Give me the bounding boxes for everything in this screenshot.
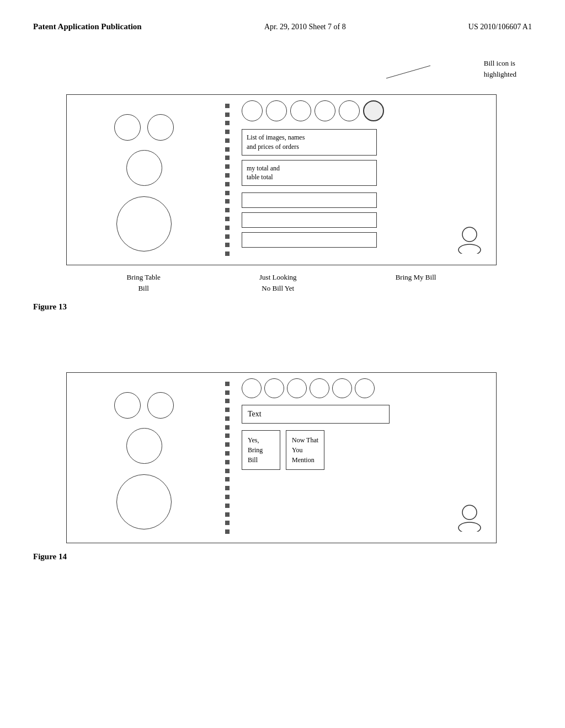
input-box-1[interactable]	[242, 192, 377, 208]
dot-14: ■	[225, 217, 230, 221]
fig13-input-boxes	[242, 192, 488, 248]
input-box-3[interactable]	[242, 232, 377, 248]
f14-tc-1	[242, 378, 262, 398]
fig13-info-box-1: List of images, namesand prices of order…	[242, 129, 377, 156]
figure-13-label: Figure 13	[33, 302, 532, 312]
dot-7: ■	[225, 156, 230, 160]
page: Patent Application Publication Apr. 29, …	[0, 0, 565, 728]
figure-14-section: ■ ■ ■ ■ ■ ■ ■ ■ ■ ■ ■ ■ ■ ■ ■ ■ ■ ■	[33, 372, 532, 561]
f14-dot-8: ■	[225, 442, 230, 447]
f14-dot-15: ■	[225, 504, 230, 508]
annotation-line	[33, 53, 532, 92]
header: Patent Application Publication Apr. 29, …	[33, 22, 532, 31]
dot-3: ■	[225, 121, 230, 125]
svg-point-3	[462, 505, 477, 520]
dots-column-fig13: ■ ■ ■ ■ ■ ■ ■ ■ ■ ■ ■ ■ ■ ■ ■ ■ ■ ■	[221, 95, 233, 265]
dot-1: ■	[225, 104, 230, 108]
dot-5: ■	[225, 138, 230, 143]
f14-dot-9: ■	[225, 451, 230, 456]
f14-dot-13: ■	[225, 486, 230, 490]
f14-circle-small-2	[147, 392, 174, 419]
publication-label: Patent Application Publication	[33, 22, 142, 31]
fig13-captions: Bring TableBill Just LookingNo Bill Yet …	[66, 272, 497, 293]
f14-dot-2: ■	[225, 390, 230, 395]
f14-circle-medium	[126, 428, 162, 464]
caption-bring-my-bill: Bring My Bill	[396, 272, 436, 293]
date-sheet: Apr. 29, 2010 Sheet 7 of 8	[264, 23, 346, 31]
top-circle-2	[266, 100, 287, 121]
dot-13: ■	[225, 208, 230, 212]
svg-point-2	[459, 244, 481, 254]
f14-dot-6: ■	[225, 425, 230, 430]
circle-large-1	[116, 196, 172, 251]
f14-tc-2	[264, 378, 284, 398]
fig13-diagram: ■ ■ ■ ■ ■ ■ ■ ■ ■ ■ ■ ■ ■ ■ ■ ■ ■ ■	[66, 94, 497, 265]
f14-circle-small-1	[114, 392, 141, 419]
f14-dot-1: ■	[225, 382, 230, 386]
dot-15: ■	[225, 226, 230, 230]
dot-2: ■	[225, 113, 230, 117]
f14-dot-7: ■	[225, 433, 230, 438]
dot-18: ■	[225, 251, 230, 256]
f14-circle-large	[116, 474, 172, 529]
dot-11: ■	[225, 191, 230, 195]
f14-tc-3	[287, 378, 307, 398]
dots-column-fig14: ■ ■ ■ ■ ■ ■ ■ ■ ■ ■ ■ ■ ■ ■ ■ ■ ■ ■	[221, 373, 233, 543]
fig13-top-circles	[242, 100, 488, 121]
avatar-fig14	[455, 501, 485, 532]
f14-dot-10: ■	[225, 460, 230, 464]
input-box-2[interactable]	[242, 212, 377, 228]
fig14-action-boxes: Yes,BringBill Now ThatYouMention	[242, 430, 488, 470]
svg-point-1	[462, 227, 477, 242]
figure-13-section: Bill icon ishighlighted	[33, 53, 532, 312]
dot-8: ■	[225, 164, 230, 169]
fig13-left-panel	[67, 95, 221, 265]
patent-number: US 2010/106607 A1	[468, 23, 532, 31]
f14-dot-4: ■	[225, 408, 230, 412]
avatar-fig13	[455, 223, 485, 254]
dot-16: ■	[225, 234, 230, 239]
f14-dot-16: ■	[225, 512, 230, 517]
circle-small-1	[114, 114, 141, 141]
circle-small-2	[147, 114, 174, 141]
circle-medium-1	[126, 150, 162, 186]
f14-tc-5	[332, 378, 352, 398]
dot-10: ■	[225, 182, 230, 186]
dot-12: ■	[225, 199, 230, 204]
f14-tc-4	[310, 378, 329, 398]
f14-dot-11: ■	[225, 469, 230, 473]
fig13-info-box-2: my total andtable total	[242, 160, 377, 186]
top-circle-6	[363, 100, 384, 121]
f14-tc-6	[355, 378, 375, 398]
dot-6: ■	[225, 147, 230, 152]
fig14-text-box: Text	[242, 405, 390, 424]
fig14-left-panel	[67, 373, 221, 543]
f14-dot-12: ■	[225, 477, 230, 481]
top-circle-1	[242, 100, 263, 121]
caption-bring-table-bill: Bring TableBill	[127, 272, 161, 293]
top-circle-5	[339, 100, 360, 121]
top-circle-3	[290, 100, 311, 121]
f14-dot-5: ■	[225, 416, 230, 421]
dot-17: ■	[225, 243, 230, 247]
top-circle-4	[315, 100, 335, 121]
fig14-action-yes-bring-bill[interactable]: Yes,BringBill	[242, 430, 280, 470]
fig14-top-circles	[242, 378, 488, 398]
f14-dot-14: ■	[225, 495, 230, 499]
dot-9: ■	[225, 173, 230, 178]
f14-dot-18: ■	[225, 529, 230, 534]
f14-dot-17: ■	[225, 521, 230, 525]
caption-just-looking: Just LookingNo Bill Yet	[259, 272, 297, 293]
svg-line-0	[386, 66, 430, 78]
dot-4: ■	[225, 130, 230, 134]
svg-point-4	[459, 522, 481, 532]
fig14-diagram: ■ ■ ■ ■ ■ ■ ■ ■ ■ ■ ■ ■ ■ ■ ■ ■ ■ ■	[66, 372, 497, 543]
figure-14-label: Figure 14	[33, 552, 532, 561]
f14-dot-3: ■	[225, 399, 230, 403]
fig14-action-now-that[interactable]: Now ThatYouMention	[286, 430, 324, 470]
